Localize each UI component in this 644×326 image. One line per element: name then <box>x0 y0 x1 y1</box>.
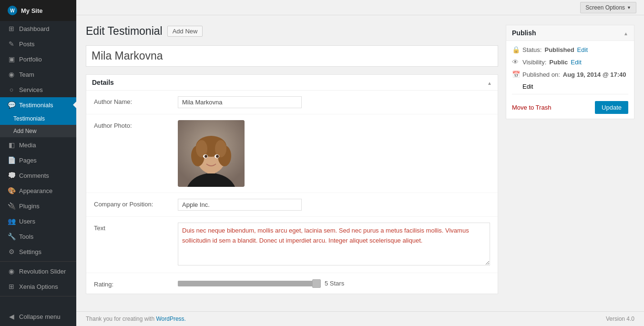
publish-header-label: Publish <box>512 29 536 37</box>
details-meta-box-header[interactable]: Details <box>86 75 498 91</box>
calendar-icon: 📅 <box>512 71 520 78</box>
rating-handle[interactable] <box>312 279 321 288</box>
author-photo-row: Author Photo: <box>86 114 498 193</box>
visibility-value: Public <box>549 59 568 66</box>
publish-box-header[interactable]: Publish <box>506 25 634 41</box>
update-button[interactable]: Update <box>595 101 628 114</box>
publish-box-content: 🔒 Status: Published Edit 👁 Visibility: P… <box>506 41 634 119</box>
add-new-button[interactable]: Add New <box>167 26 203 37</box>
collapse-menu-button[interactable]: ◀ Collapse menu <box>0 309 76 326</box>
move-trash-link[interactable]: Move to Trash <box>512 104 551 111</box>
text-textarea[interactable]: Duis nec neque bibendum, mollis arcu ege… <box>178 223 490 265</box>
publish-collapse-icon <box>624 29 628 37</box>
portrait-svg <box>178 120 245 187</box>
sidebar-item-services[interactable]: ○ Services <box>0 82 76 97</box>
sidebar-item-comments[interactable]: 💭 Comments <box>0 168 76 183</box>
sidebar-item-portfolio[interactable]: ▣ Portfolio <box>0 51 76 67</box>
status-value: Published <box>544 46 574 53</box>
author-name-input[interactable] <box>178 96 302 108</box>
author-name-label: Author Name: <box>94 96 170 105</box>
sidebar-item-testimonials[interactable]: 💬 Testimonials <box>0 97 76 112</box>
sidebar-item-posts[interactable]: ✎ Posts <box>0 36 76 51</box>
post-title-input[interactable] <box>86 45 498 67</box>
sidebar-item-team[interactable]: ◉ Team <box>0 67 76 82</box>
sidebar-item-label: Team <box>19 71 34 78</box>
sidebar-item-label: Testimonials <box>19 102 53 109</box>
pages-icon: 📄 <box>8 156 15 164</box>
sidebar-item-dashboard[interactable]: ⊞ Dashboard <box>0 21 76 36</box>
footer-thank-you: Thank you for creating with WordPress. <box>86 316 186 322</box>
published-edit-link[interactable]: Edit <box>522 83 533 90</box>
published-value: Aug 19, 2014 @ 17:40 <box>563 71 626 78</box>
text-label: Text <box>94 223 170 232</box>
team-icon: ◉ <box>8 71 15 78</box>
sidebar-item-media[interactable]: ◧ Media <box>0 137 76 153</box>
status-edit-link[interactable]: Edit <box>577 46 588 53</box>
testimonials-submenu: Testimonials Add New <box>0 112 76 137</box>
visibility-label: Visibility: <box>522 59 546 66</box>
sidebar-item-label: Xenia Options <box>19 283 58 290</box>
published-row: 📅 Published on: Aug 19, 2014 @ 17:40 <box>512 71 628 78</box>
svg-point-11 <box>204 155 207 158</box>
portfolio-icon: ▣ <box>8 55 15 63</box>
sidebar: W My Site ⊞ Dashboard ✎ Posts ▣ Portfoli… <box>0 0 76 326</box>
author-name-row: Author Name: <box>86 91 498 114</box>
author-photo-label: Author Photo: <box>94 120 170 129</box>
sidebar-item-settings[interactable]: ⚙ Settings <box>0 244 76 259</box>
company-value[interactable] <box>178 199 490 211</box>
svg-point-12 <box>216 155 219 158</box>
screen-options-chevron-icon: ▼ <box>627 5 631 10</box>
visibility-edit-link[interactable]: Edit <box>571 59 581 66</box>
text-row: Text Duis nec neque bibendum, mollis arc… <box>86 217 498 273</box>
sidebar-item-pages[interactable]: 📄 Pages <box>0 153 76 168</box>
rating-bar-track[interactable] <box>178 281 321 286</box>
comments-icon: 💭 <box>8 172 15 179</box>
rating-stars-label: 5 Stars <box>325 280 344 287</box>
right-column: Publish 🔒 Status: Published Edit <box>506 25 634 306</box>
collapse-label: Collapse menu <box>19 313 61 320</box>
visibility-icon: 👁 <box>512 58 520 66</box>
main-content: Screen Options ▼ Edit Testimonial Add Ne… <box>76 0 644 326</box>
company-row: Company or Position: <box>86 193 498 217</box>
sidebar-item-plugins[interactable]: 🔌 Plugins <box>0 198 76 214</box>
published-label: Published on: <box>522 71 560 78</box>
rating-bar-fill <box>178 281 321 286</box>
sidebar-item-users[interactable]: 👥 Users <box>0 214 76 229</box>
sidebar-item-tools[interactable]: 🔧 Tools <box>0 229 76 244</box>
sidebar-item-revolution-slider[interactable]: ◉ Revolution Slider <box>0 264 76 279</box>
posts-icon: ✎ <box>8 40 15 48</box>
screen-options-button[interactable]: Screen Options ▼ <box>580 2 636 13</box>
company-input[interactable] <box>178 199 302 211</box>
sidebar-subitem-add-new[interactable]: Add New <box>0 125 76 137</box>
sidebar-item-label: Media <box>19 142 36 149</box>
left-column: Edit Testimonial Add New Details Author … <box>86 25 498 306</box>
sidebar-subitem-testimonials[interactable]: Testimonials <box>0 112 76 125</box>
wordpress-link[interactable]: WordPress. <box>156 316 185 322</box>
sidebar-item-appearance[interactable]: 🎨 Appearance <box>0 183 76 198</box>
details-header-label: Details <box>92 79 114 86</box>
topbar: Screen Options ▼ <box>76 0 644 15</box>
sidebar-item-label: Settings <box>19 248 41 255</box>
sidebar-item-label: Portfolio <box>19 56 42 63</box>
page-header: Edit Testimonial Add New <box>86 25 498 38</box>
sidebar-item-xenia-options[interactable]: ⊞ Xenia Options <box>0 279 76 294</box>
text-value[interactable]: Duis nec neque bibendum, mollis arcu ege… <box>178 223 490 267</box>
status-icon: 🔒 <box>512 46 520 53</box>
screen-options-label: Screen Options <box>585 4 625 11</box>
sidebar-item-label: Plugins <box>19 203 40 210</box>
author-photo-image[interactable] <box>178 120 245 187</box>
collapse-icon: ◀ <box>8 313 15 320</box>
sidebar-item-label: Services <box>19 86 43 93</box>
sidebar-item-label: Posts <box>19 41 35 48</box>
submenu-testimonials-label: Testimonials <box>13 115 45 122</box>
publish-box: Publish 🔒 Status: Published Edit <box>506 25 634 119</box>
submenu-add-new-label: Add New <box>13 128 37 134</box>
settings-icon: ⚙ <box>8 248 15 255</box>
author-name-value[interactable] <box>178 96 490 108</box>
site-name: My Site <box>21 7 43 14</box>
publish-actions: Move to Trash Update <box>512 98 628 114</box>
rating-label: Rating: <box>94 279 170 288</box>
content-area: Edit Testimonial Add New Details Author … <box>76 15 644 311</box>
sidebar-item-label: Appearance <box>19 187 52 194</box>
appearance-icon: 🎨 <box>8 187 15 194</box>
